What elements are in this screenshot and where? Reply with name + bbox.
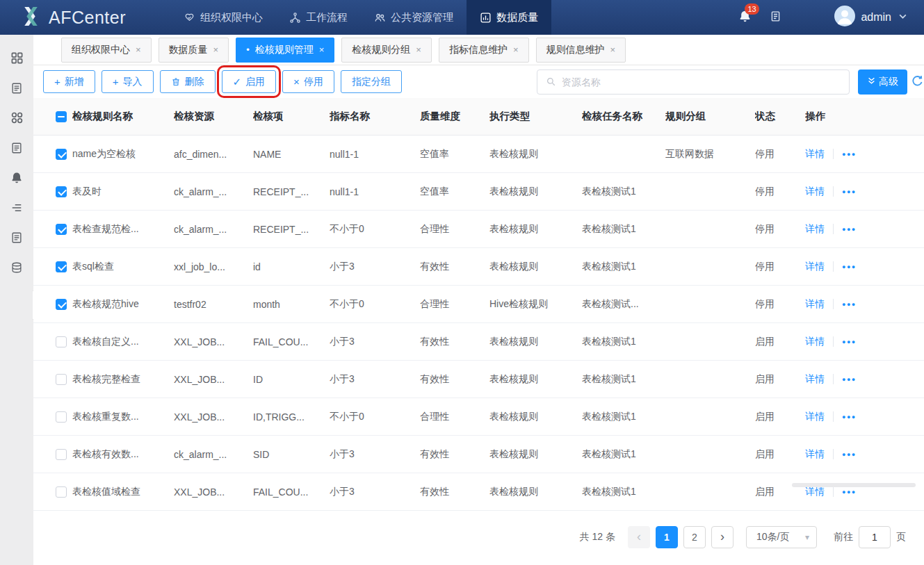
tab-4[interactable]: •检核规则分组× [341,38,432,63]
page-size-select[interactable]: 10条/页 ▾ [746,526,817,548]
cell-indicator: 不小于0 [330,298,420,311]
detail-link[interactable]: 详情 [805,148,825,161]
more-actions-icon[interactable]: ●●● [842,489,857,496]
select-all-checkbox[interactable] [56,111,67,122]
toolbar-button-3[interactable]: 删除 [160,70,216,93]
tab-1[interactable]: •组织权限中心× [61,38,152,63]
page-button-2[interactable]: 2 [683,526,706,548]
tab-close-icon[interactable]: × [319,44,325,55]
more-actions-icon[interactable]: ●●● [842,451,857,458]
goto-page-input[interactable] [859,526,891,548]
row-checkbox[interactable] [56,336,67,347]
notification-bell-icon[interactable]: 13 [738,10,752,26]
nav-item-2[interactable]: 工作流程 [276,0,361,35]
cell-name: 表检核完整检查 [72,373,174,386]
cell-resource: XXL_JOB... [174,411,253,423]
tab-label: 检核规则分组 [352,44,410,56]
nav-item-3[interactable]: 公共资源管理 [361,0,467,35]
column-header-1: 检核规则名称 [72,110,174,123]
cell-indicator: 小于3 [330,373,420,386]
user-menu[interactable]: admin [834,6,907,29]
sidebar-item-7[interactable] [0,224,33,254]
more-actions-icon[interactable]: ●●● [842,188,857,195]
row-checkbox[interactable] [56,374,67,385]
goto-label: 前往 [834,531,853,543]
cell-resource: ck_alarm_... [174,186,253,197]
cell-exec_type: 表检核规则 [489,336,582,348]
toolbar-button-6[interactable]: 指定分组 [341,70,402,93]
toolbar-button-1[interactable]: +新增 [43,70,95,93]
tab-close-icon[interactable]: × [513,44,519,55]
more-actions-icon[interactable]: ●●● [842,263,857,270]
detail-link[interactable]: 详情 [805,186,825,198]
detail-link[interactable]: 详情 [805,448,825,461]
tab-close-icon[interactable]: × [610,44,616,55]
cell-dimension: 有效性 [420,448,489,461]
more-actions-icon[interactable]: ●●● [842,151,857,158]
detail-link[interactable]: 详情 [805,486,825,498]
sidebar-item-3[interactable] [0,104,33,134]
tab-3[interactable]: •检核规则管理× [236,38,334,63]
refresh-icon[interactable] [911,74,924,90]
cell-task: 表检核测试1 [582,411,665,423]
detail-link[interactable]: 详情 [805,298,825,311]
column-header-3: 检核项 [253,110,330,123]
tab-close-icon[interactable]: × [213,44,219,55]
tab-close-icon[interactable]: × [136,44,141,55]
sidebar-item-1[interactable] [0,44,33,74]
sidebar-item-5[interactable] [0,164,33,194]
memo-icon[interactable] [770,10,781,25]
more-actions-icon[interactable]: ●●● [842,413,857,420]
tab-5[interactable]: •指标信息维护× [439,38,529,63]
cell-task: 表检核测试1 [582,373,665,386]
more-actions-icon[interactable]: ●●● [842,376,857,383]
detail-link[interactable]: 详情 [805,373,825,386]
more-actions-icon[interactable]: ●●● [842,338,857,345]
resource-name-search-input[interactable] [562,76,841,88]
cell-status: 停用 [755,148,805,161]
row-checkbox[interactable] [56,186,67,197]
prev-page-button[interactable]: ‹ [628,526,650,548]
row-checkbox[interactable] [56,411,67,423]
row-checkbox[interactable] [56,261,67,272]
toolbar-button-5[interactable]: ×停用 [282,70,334,93]
more-actions-icon[interactable]: ●●● [842,301,857,308]
page-button-1[interactable]: 1 [656,526,678,548]
tab-6[interactable]: •规则信息维护× [536,38,626,63]
nav-item-4[interactable]: 数据质量 [467,0,551,35]
sidebar-item-8[interactable] [0,254,33,284]
tab-close-icon[interactable]: × [416,44,421,55]
more-actions-icon[interactable]: ●●● [842,226,857,233]
detail-link[interactable]: 详情 [805,336,825,348]
check-icon: ✓ [233,76,242,87]
cell-indicator: 小于3 [330,261,420,273]
nav-item-1[interactable]: 组织权限中心 [170,0,276,35]
column-header-10: 操作 [805,110,924,123]
cell-dimension: 合理性 [420,298,489,311]
detail-link[interactable]: 详情 [805,411,825,423]
toolbar-button-4[interactable]: ✓启用 [222,70,277,93]
row-checkbox[interactable] [56,224,67,235]
cell-dimension: 空值率 [420,186,489,198]
cell-task: 表检核测试1 [582,261,665,273]
detail-link[interactable]: 详情 [805,261,825,273]
horizontal-scrollbar-thumb[interactable] [792,483,916,487]
column-header-8: 规则分组 [665,110,755,123]
sidebar-item-6[interactable] [0,194,33,224]
next-page-button[interactable]: › [711,526,733,548]
sidebar-item-2[interactable] [0,74,33,104]
table-row: 表检核规范hivetestfr02month不小于0合理性Hive检核规则表检核… [33,286,924,323]
toolbar-button-2[interactable]: +导入 [102,70,154,93]
row-checkbox[interactable] [56,149,67,160]
row-checkbox[interactable] [56,299,67,310]
cell-status: 启用 [755,448,805,461]
detail-link[interactable]: 详情 [805,223,825,236]
tab-2[interactable]: •数据质量× [159,38,229,63]
row-checkbox[interactable] [56,449,67,460]
search-box [537,69,850,95]
navbar-right: 13 admin [738,0,924,35]
advanced-search-button[interactable]: 高级 [858,69,907,95]
sidebar-item-4[interactable] [0,134,33,164]
row-checkbox[interactable] [56,486,67,498]
divider [833,336,834,347]
